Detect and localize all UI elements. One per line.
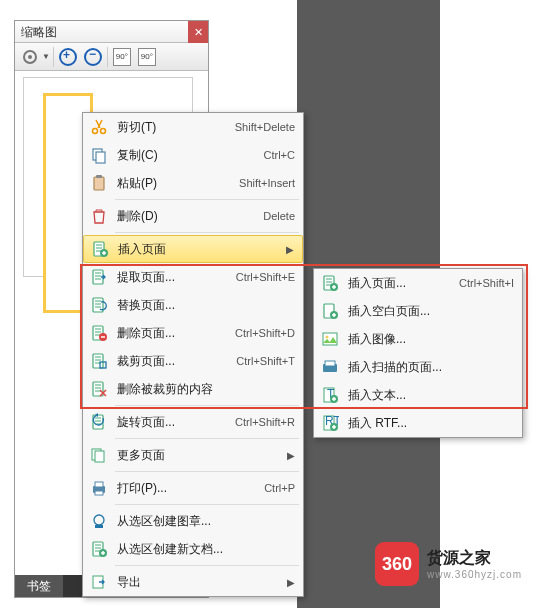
- menu-label: 导出: [117, 574, 283, 591]
- panel-title-text: 缩略图: [21, 25, 57, 39]
- menu-shortcut: Ctrl+Shift+E: [236, 271, 295, 283]
- menu-label: 剪切(T): [117, 119, 235, 136]
- menu-label: 插入扫描的页面...: [348, 359, 514, 376]
- menu-item[interactable]: 导出▶: [83, 568, 303, 596]
- menu-item[interactable]: 插入图像...: [314, 325, 522, 353]
- menu-shortcut: Shift+Insert: [239, 177, 295, 189]
- context-menu: 剪切(T)Shift+Delete复制(C)Ctrl+C粘贴(P)Shift+I…: [82, 112, 304, 597]
- zoom-out-button[interactable]: [82, 46, 104, 68]
- dropdown-icon: ▼: [42, 52, 50, 61]
- menu-label: 插入 RTF...: [348, 415, 514, 432]
- menu-item[interactable]: 提取页面...Ctrl+Shift+E: [83, 263, 303, 291]
- replace-icon: [89, 295, 109, 315]
- submenu-arrow-icon: ▶: [286, 244, 294, 255]
- menu-item[interactable]: 复制(C)Ctrl+C: [83, 141, 303, 169]
- more-icon: [89, 445, 109, 465]
- rotate-cw-button[interactable]: 90°: [136, 46, 158, 68]
- menu-item[interactable]: 插入扫描的页面...: [314, 353, 522, 381]
- menu-item[interactable]: 打印(P)...Ctrl+P: [83, 474, 303, 502]
- menu-item[interactable]: T插入文本...: [314, 381, 522, 409]
- menu-label: 粘贴(P): [117, 175, 239, 192]
- menu-label: 更多页面: [117, 447, 283, 464]
- svg-point-2: [93, 129, 98, 134]
- menu-label: 插入文本...: [348, 387, 514, 404]
- menu-shortcut: Shift+Delete: [235, 121, 295, 133]
- delpage-icon: [89, 323, 109, 343]
- crop-icon: [89, 351, 109, 371]
- menu-item[interactable]: 从选区创建新文档...: [83, 535, 303, 563]
- svg-point-3: [101, 129, 106, 134]
- menu-item[interactable]: 删除被裁剪的内容: [83, 375, 303, 403]
- menu-item[interactable]: 从选区创建图章...: [83, 507, 303, 535]
- menu-item[interactable]: 插入页面...Ctrl+Shift+I: [314, 269, 522, 297]
- rotate-ccw-button[interactable]: 90°: [111, 46, 133, 68]
- menu-item[interactable]: 插入空白页面...: [314, 297, 522, 325]
- menu-shortcut: Ctrl+Shift+D: [235, 327, 295, 339]
- menu-item[interactable]: 插入页面▶: [83, 235, 303, 263]
- menu-label: 删除(D): [117, 208, 263, 225]
- menu-label: 删除页面...: [117, 325, 235, 342]
- cut-icon: [89, 117, 109, 137]
- image-icon: [320, 329, 340, 349]
- menu-shortcut: Ctrl+C: [264, 149, 295, 161]
- svg-rect-48: [95, 451, 104, 462]
- svg-rect-51: [95, 491, 103, 495]
- menu-label: 打印(P)...: [117, 480, 264, 497]
- menu-item[interactable]: 删除(D)Delete: [83, 202, 303, 230]
- menu-item[interactable]: RTF插入 RTF...: [314, 409, 522, 437]
- logo-badge: 360: [375, 542, 419, 586]
- insert-icon: [320, 273, 340, 293]
- zoom-in-button[interactable]: [57, 46, 79, 68]
- menu-label: 插入页面: [118, 241, 282, 258]
- delete-icon: [89, 206, 109, 226]
- menu-label: 从选区创建新文档...: [117, 541, 295, 558]
- panel-title: 缩略图 ✕: [15, 21, 208, 43]
- scan-icon: [320, 357, 340, 377]
- stamp-icon: [89, 511, 109, 531]
- svg-point-52: [94, 515, 104, 525]
- menu-item[interactable]: 剪切(T)Shift+Delete: [83, 113, 303, 141]
- svg-point-1: [28, 55, 32, 59]
- rotate-icon: [89, 412, 109, 432]
- menu-item[interactable]: 旋转页面...Ctrl+Shift+R: [83, 408, 303, 436]
- svg-point-74: [326, 336, 329, 339]
- menu-item[interactable]: 删除页面...Ctrl+Shift+D: [83, 319, 303, 347]
- menu-label: 插入图像...: [348, 331, 514, 348]
- delcrop-icon: [89, 379, 109, 399]
- menu-label: 从选区创建图章...: [117, 513, 295, 530]
- menu-label: 删除被裁剪的内容: [117, 381, 295, 398]
- menu-label: 提取页面...: [117, 269, 236, 286]
- menu-label: 插入页面...: [348, 275, 459, 292]
- submenu-arrow-icon: ▶: [287, 577, 295, 588]
- logo-text-cn: 货源之家: [427, 548, 522, 569]
- svg-rect-7: [96, 175, 102, 178]
- logo-text-en: www.360hyzj.com: [427, 569, 522, 580]
- extract-icon: [89, 267, 109, 287]
- menu-item[interactable]: 替换页面...: [83, 291, 303, 319]
- menu-label: 裁剪页面...: [117, 353, 236, 370]
- context-submenu: 插入页面...Ctrl+Shift+I插入空白页面...插入图像...插入扫描的…: [313, 268, 523, 438]
- insert-icon: [90, 239, 110, 259]
- menu-item[interactable]: 裁剪页面...Ctrl+Shift+T: [83, 347, 303, 375]
- submenu-arrow-icon: ▶: [287, 450, 295, 461]
- menu-item[interactable]: 粘贴(P)Shift+Insert: [83, 169, 303, 197]
- menu-shortcut: Ctrl+P: [264, 482, 295, 494]
- svg-rect-73: [323, 333, 337, 345]
- paste-icon: [89, 173, 109, 193]
- newdoc-icon: [89, 539, 109, 559]
- export-icon: [89, 572, 109, 592]
- menu-shortcut: Delete: [263, 210, 295, 222]
- menu-item[interactable]: 更多页面▶: [83, 441, 303, 469]
- svg-rect-53: [95, 525, 103, 528]
- menu-shortcut: Ctrl+Shift+T: [236, 355, 295, 367]
- menu-label: 替换页面...: [117, 297, 295, 314]
- copy-icon: [89, 145, 109, 165]
- close-button[interactable]: ✕: [188, 21, 208, 43]
- svg-rect-5: [96, 152, 105, 163]
- svg-rect-6: [94, 177, 104, 190]
- svg-rect-50: [95, 482, 103, 487]
- options-button[interactable]: [19, 46, 41, 68]
- menu-shortcut: Ctrl+Shift+I: [459, 277, 514, 289]
- rtf-icon: RTF: [320, 413, 340, 433]
- tab-bookmark[interactable]: 书签: [15, 575, 63, 597]
